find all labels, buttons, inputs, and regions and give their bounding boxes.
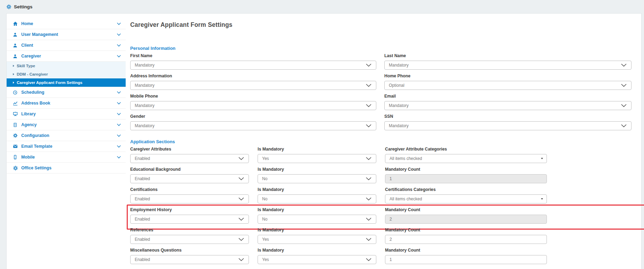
- miscellaneous-questions-select[interactable]: Enabled: [130, 255, 249, 264]
- chevron-down-icon: [117, 113, 121, 115]
- mandatory-count-input: [385, 215, 547, 224]
- user-icon: [13, 54, 18, 59]
- is-mandatory-select[interactable]: No: [258, 174, 376, 183]
- main-content: Caregiver Applicant Form Settings Person…: [130, 14, 638, 268]
- select-value: Mandatory: [389, 123, 409, 128]
- sidebar-item-scheduling[interactable]: Scheduling: [7, 87, 126, 98]
- is-mandatory-select[interactable]: Yes: [258, 235, 376, 244]
- field-label: Mandatory Count: [385, 248, 547, 253]
- chevron-down-icon: [366, 238, 371, 241]
- sidebar-item-ddm-caregiver[interactable]: DDM - Caregiver: [7, 70, 126, 78]
- gender-select[interactable]: Mandatory: [130, 121, 376, 130]
- field-address-information: Address InformationMandatory: [130, 74, 376, 90]
- field-label: Caregiver Attributes: [130, 147, 249, 152]
- chevron-down-icon: [366, 218, 371, 221]
- select-value: No: [262, 197, 267, 201]
- sidebar-item-library[interactable]: Library: [7, 109, 126, 120]
- chevron-down-icon: [117, 33, 121, 36]
- sidebar-item-label: Caregiver: [21, 54, 41, 59]
- sidebar-item-configuration[interactable]: Configuration: [7, 130, 126, 141]
- caregiver-attribute-categories-multiselect[interactable]: All items checked: [385, 154, 547, 163]
- sidebar-item-mobile[interactable]: Mobile: [7, 152, 126, 163]
- sidebar-item-caregiver[interactable]: Caregiver: [7, 51, 126, 62]
- sidebar-item-skill-type[interactable]: Skill Type: [7, 62, 126, 70]
- sidebar-item-label: User Management: [21, 32, 58, 37]
- sidebar-item-caregiver-applicant-form-settings[interactable]: Caregiver Applicant Form Settings: [7, 78, 126, 87]
- chevron-down-icon: [117, 134, 121, 137]
- section-heading: Application Sections: [130, 139, 638, 145]
- sidebar-item-agency[interactable]: Agency: [7, 120, 126, 130]
- educational-background-select[interactable]: Enabled: [130, 174, 249, 183]
- field-certifications: CertificationsEnabled: [130, 187, 249, 203]
- sidebar-item-label: Configuration: [21, 133, 49, 138]
- chevron-down-icon: [366, 64, 371, 67]
- employment-history-select[interactable]: Enabled: [130, 215, 249, 224]
- home-phone-select[interactable]: Optional: [384, 81, 631, 90]
- caregiver-attributes-select[interactable]: Enabled: [130, 154, 249, 163]
- field-is-mandatory: Is MandatoryYes: [258, 228, 376, 244]
- first-name-select[interactable]: Mandatory: [130, 61, 376, 70]
- sidebar-item-email-template[interactable]: Email Template: [7, 141, 126, 152]
- gear-icon: [13, 166, 18, 171]
- address-information-select[interactable]: Mandatory: [130, 81, 376, 90]
- sidebar-item-user-management[interactable]: User Management: [7, 29, 126, 40]
- sidebar-item-label: Office Settings: [21, 166, 52, 170]
- is-mandatory-select[interactable]: No: [258, 215, 376, 224]
- field-is-mandatory: Is MandatoryNo: [258, 187, 376, 203]
- mandatory-count-input[interactable]: [385, 255, 547, 264]
- last-name-select[interactable]: Mandatory: [384, 61, 631, 70]
- field-mandatory-count: Mandatory Count: [385, 207, 547, 224]
- library-icon: [13, 112, 18, 116]
- mandatory-count-input[interactable]: [385, 235, 547, 244]
- chevron-down-icon: [366, 198, 371, 201]
- field-employment-history: Employment HistoryEnabled: [130, 207, 249, 224]
- section-personal-information: Personal InformationFirst NameMandatoryL…: [130, 46, 638, 134]
- select-value: Enabled: [135, 257, 150, 262]
- highlighted-form-row: Employment HistoryEnabledIs MandatoryNoM…: [130, 207, 638, 228]
- caret-right-icon: [13, 82, 14, 84]
- references-select[interactable]: Enabled: [130, 235, 249, 244]
- field-label: Mandatory Count: [385, 207, 547, 213]
- certifications-select[interactable]: Enabled: [130, 194, 249, 203]
- field-miscellaneous-questions: Miscellaneous QuestionsEnabled: [130, 248, 249, 264]
- email-select[interactable]: Mandatory: [384, 101, 631, 110]
- form-sections: Personal InformationFirst NameMandatoryL…: [130, 46, 638, 268]
- chevron-down-icon: [621, 104, 627, 107]
- is-mandatory-select[interactable]: No: [258, 194, 376, 203]
- mandatory-count-input: [385, 174, 547, 183]
- certifications-categories-multiselect[interactable]: All items checked: [385, 194, 547, 203]
- mobile-phone-select[interactable]: Mandatory: [130, 101, 376, 110]
- chevron-down-icon: [117, 91, 121, 94]
- gear-icon: [6, 4, 11, 9]
- chevron-down-icon: [238, 238, 244, 241]
- field-home-phone: Home PhoneOptional: [384, 74, 631, 90]
- field-label: Gender: [130, 114, 376, 119]
- chevron-down-icon: [366, 157, 371, 160]
- sidebar-item-home[interactable]: Home: [7, 18, 126, 29]
- sidebar-subgroup: Skill TypeDDM - CaregiverCaregiver Appli…: [7, 62, 126, 87]
- chevron-down-icon: [238, 198, 244, 201]
- field-label: References: [130, 228, 249, 233]
- sidebar-item-label: Email Template: [21, 144, 52, 149]
- ssn-select[interactable]: Mandatory: [384, 121, 631, 130]
- sidebar-item-office-settings[interactable]: Office Settings: [7, 163, 126, 174]
- select-value: Enabled: [135, 217, 150, 222]
- sidebar-item-client[interactable]: Client: [7, 40, 126, 51]
- field-mobile-phone: Mobile PhoneMandatory: [130, 94, 376, 110]
- is-mandatory-select[interactable]: Yes: [258, 255, 376, 264]
- sidebar-item-address-book[interactable]: Address Book: [7, 98, 126, 109]
- user-icon: [13, 43, 18, 48]
- page-title: Caregiver Applicant Form Settings: [130, 21, 638, 29]
- field-label: Last Name: [384, 53, 631, 59]
- chevron-down-icon: [366, 177, 371, 180]
- envelope-icon: [13, 144, 18, 148]
- chevron-down-icon: [117, 23, 121, 25]
- field-label: Miscellaneous Questions: [130, 248, 249, 253]
- is-mandatory-select[interactable]: Yes: [258, 154, 376, 163]
- sidebar-item-label: Scheduling: [21, 90, 44, 95]
- section-heading: Personal Information: [130, 46, 638, 51]
- field-educational-background: Educational BackgroundEnabled: [130, 167, 249, 183]
- sidebar-item-label: Client: [21, 43, 33, 48]
- field-label: Is Mandatory: [258, 207, 376, 213]
- form-row: Miscellaneous QuestionsEnabledIs Mandato…: [130, 248, 638, 268]
